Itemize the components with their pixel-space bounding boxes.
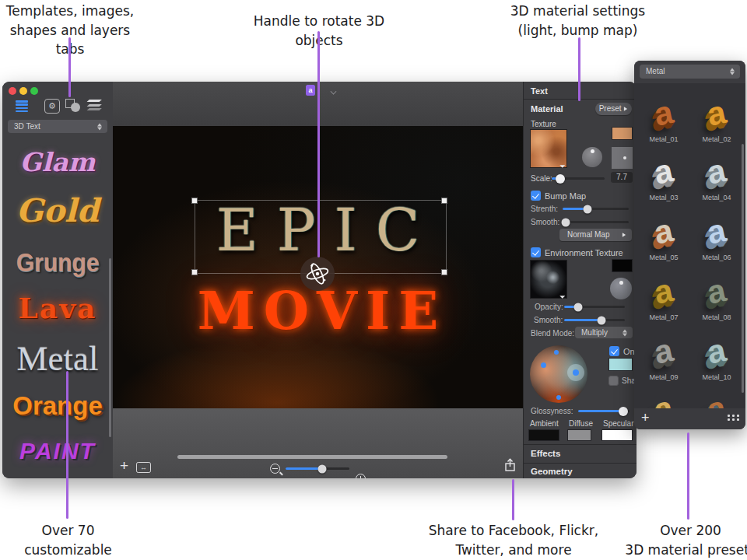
canvas-horizontal-scrollbar[interactable] <box>177 455 447 459</box>
light-position-sphere[interactable] <box>530 345 587 403</box>
normal-map-button[interactable]: Normal Map <box>559 229 632 241</box>
sidebar-scrollbar[interactable] <box>109 258 111 437</box>
environment-thumbnail[interactable] <box>530 260 567 299</box>
preset-item[interactable]: a <box>642 273 686 310</box>
preset-sample-letter: a <box>704 331 730 372</box>
preset-item[interactable]: a <box>695 273 738 310</box>
bump-smooth-slider[interactable] <box>563 221 629 223</box>
close-window-button[interactable] <box>9 87 16 95</box>
preset-sample-letter: a <box>651 331 677 372</box>
environment-texture-checkbox[interactable] <box>531 247 541 257</box>
zoom-out-button[interactable] <box>270 464 280 474</box>
light-color-swatch[interactable] <box>608 358 633 371</box>
preset-item[interactable]: a <box>642 333 686 370</box>
texture-color-swatch[interactable] <box>612 127 633 140</box>
glossyness-slider[interactable] <box>578 410 630 412</box>
titlebar-chevron-down-icon[interactable] <box>331 88 337 94</box>
scale-value-field[interactable]: 7.7 <box>611 172 633 183</box>
divider <box>524 463 637 464</box>
light-dot[interactable] <box>554 350 559 355</box>
preset-item[interactable]: a <box>695 153 738 191</box>
template-type-select[interactable]: 3D Text <box>8 120 107 133</box>
template-item-metal[interactable]: Metal <box>2 338 113 379</box>
bump-map-checkbox[interactable] <box>531 191 541 201</box>
add-layer-button[interactable]: + <box>120 457 128 474</box>
inspector-panel: Text Material Preset Texture Scale: <box>523 82 637 478</box>
zoom-slider-knob[interactable] <box>318 464 327 473</box>
preset-item[interactable]: a <box>695 213 738 250</box>
env-smooth-slider[interactable] <box>564 319 625 321</box>
blend-mode-select[interactable]: Multiply <box>575 327 633 338</box>
chevron-updown-icon <box>622 329 628 336</box>
template-item-paint[interactable]: PAINT <box>2 438 113 464</box>
scale-slider-knob[interactable] <box>556 174 565 184</box>
scale-slider[interactable] <box>552 177 605 180</box>
shadow-checkbox[interactable] <box>608 376 619 386</box>
preset-label: Metal_10 <box>689 373 744 381</box>
inspector-tab-text[interactable]: Text <box>531 86 548 96</box>
zoom-slider[interactable] <box>286 467 349 470</box>
environment-color-swatch[interactable] <box>612 259 633 272</box>
preset-label: Metal_09 <box>637 373 691 381</box>
add-preset-button[interactable]: + <box>641 410 650 426</box>
geometry-section-header[interactable]: Geometry <box>531 467 573 476</box>
selection-handle-br[interactable] <box>441 269 447 275</box>
presets-scrollbar[interactable] <box>742 144 744 393</box>
light-dot[interactable] <box>541 362 546 368</box>
preset-item[interactable]: a <box>642 95 686 132</box>
shapes-tab-icon[interactable] <box>65 99 81 113</box>
preset-item[interactable]: a <box>642 153 686 191</box>
light-dot[interactable] <box>556 395 561 400</box>
blend-mode-value: Multiply <box>581 328 608 337</box>
template-item-glam[interactable]: Glam <box>2 147 113 177</box>
template-item-grunge[interactable]: Grunge <box>2 248 113 278</box>
fit-to-window-button[interactable]: ↔ <box>136 462 151 473</box>
document-proxy-icon[interactable]: a <box>306 85 315 96</box>
specular-color-swatch[interactable] <box>601 429 633 441</box>
opacity-slider-knob[interactable] <box>574 303 583 311</box>
environment-light-sphere-control[interactable] <box>610 278 632 299</box>
light-dot-selected[interactable] <box>573 369 579 376</box>
preset-label: Metal_04 <box>689 194 744 201</box>
zoom-slider-fill <box>286 467 322 470</box>
template-item-orange[interactable]: Orange <box>2 391 113 421</box>
templates-tab-icon[interactable] <box>16 100 28 114</box>
effects-section-header[interactable]: Effects <box>531 449 560 458</box>
preset-item[interactable]: a <box>695 333 738 370</box>
preset-category-select[interactable]: Metal <box>640 65 740 79</box>
annotation-line: Templates, images, <box>0 2 140 21</box>
layers-tab-icon[interactable] <box>86 99 103 113</box>
selection-handle-bl[interactable] <box>191 269 198 275</box>
texture-light-sphere-control[interactable] <box>582 147 602 167</box>
normal-map-label: Normal Map <box>567 230 609 239</box>
strength-slider[interactable] <box>563 208 629 210</box>
glossyness-slider-knob[interactable] <box>619 407 628 416</box>
bump-smooth-slider-knob[interactable] <box>562 218 570 226</box>
pointer-line-templates <box>66 371 68 519</box>
zoom-window-button[interactable] <box>30 87 38 95</box>
share-button[interactable] <box>504 458 516 475</box>
preset-sample-letter: a <box>704 271 730 312</box>
diffuse-color-swatch[interactable] <box>567 429 591 441</box>
presets-window: Metal a Metal_01 a Metal_02 a Metal_03 a… <box>634 61 745 429</box>
material-preset-button[interactable]: Preset <box>595 103 632 115</box>
opacity-slider[interactable] <box>564 306 625 308</box>
texture-thumbnail[interactable] <box>530 129 567 168</box>
env-smooth-slider-fill <box>564 319 601 321</box>
strength-label: Strenth: <box>531 205 558 213</box>
rotate-3d-handle[interactable] <box>300 257 335 291</box>
preset-item[interactable]: a <box>642 213 686 250</box>
env-smooth-slider-knob[interactable] <box>598 316 606 324</box>
texture-offset-control[interactable] <box>612 147 633 169</box>
template-item-lava[interactable]: Lava <box>2 292 113 324</box>
preset-item[interactable]: a <box>695 95 738 132</box>
template-item-gold[interactable]: Gold <box>2 192 113 229</box>
zoom-in-button[interactable] <box>356 474 366 478</box>
light-on-checkbox[interactable] <box>609 346 619 356</box>
ambient-color-swatch[interactable] <box>528 429 559 441</box>
images-tab-gear-icon[interactable]: ⚙ <box>44 99 60 114</box>
grid-view-icon[interactable] <box>728 415 740 421</box>
preset-label: Metal_06 <box>689 254 744 261</box>
strength-slider-knob[interactable] <box>584 205 592 213</box>
minimize-window-button[interactable] <box>19 87 27 95</box>
